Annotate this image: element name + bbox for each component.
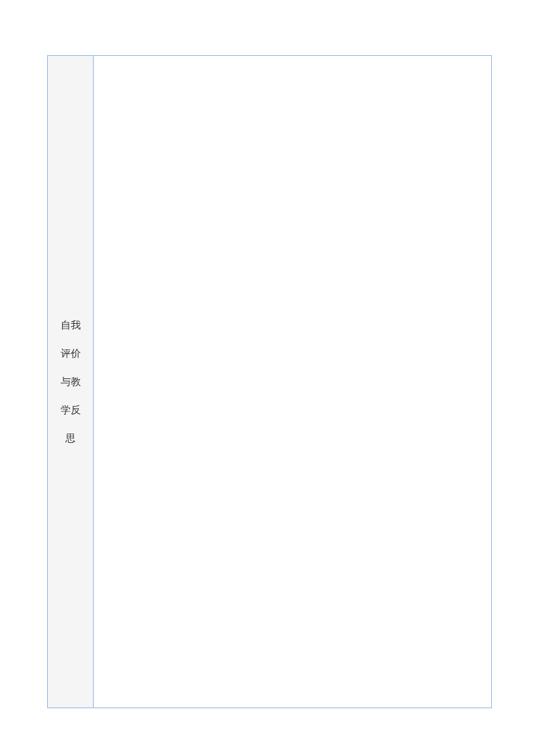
vertical-header-label: 自我评价与教学反思 <box>61 311 81 452</box>
document-table: 自我评价与教学反思 <box>47 55 492 708</box>
table-header-cell: 自我评价与教学反思 <box>48 56 94 708</box>
table-content-cell <box>94 56 491 708</box>
